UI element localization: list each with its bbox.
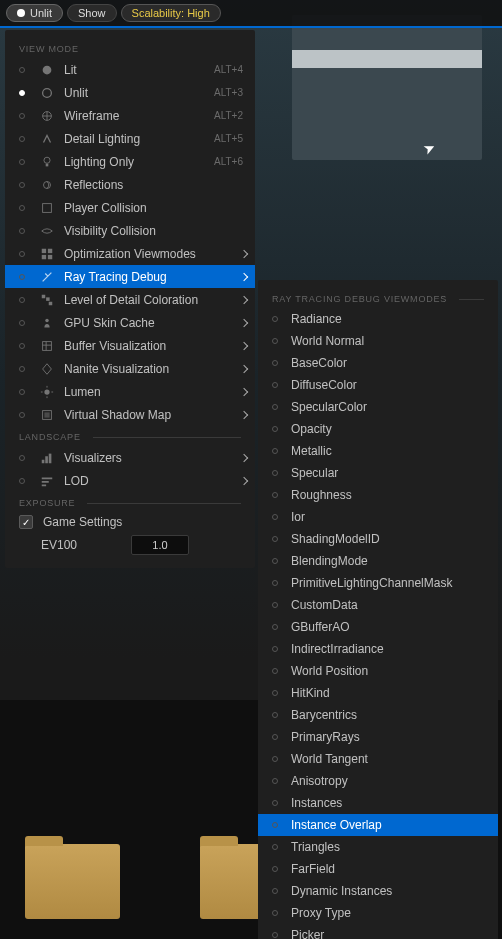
submenu-item-indirectirradiance[interactable]: IndirectIrradiance <box>258 638 498 660</box>
submenu-item-roughness[interactable]: Roughness <box>258 484 498 506</box>
radio-icon <box>272 536 278 542</box>
landscape-section-header: LANDSCAPE <box>5 426 255 446</box>
menu-item-lumen[interactable]: Lumen <box>5 380 255 403</box>
submenu-item-gbufferao[interactable]: GBufferAO <box>258 616 498 638</box>
submenu-item-world-normal[interactable]: World Normal <box>258 330 498 352</box>
menu-item-nanite-visualization[interactable]: Nanite Visualization <box>5 357 255 380</box>
unlit-icon <box>38 85 56 101</box>
submenu-item-label: Ior <box>291 510 305 524</box>
submenu-item-label: Triangles <box>291 840 340 854</box>
shortcut-label: ALT+2 <box>214 110 243 121</box>
buffer-icon <box>38 338 56 354</box>
menu-item-visualizers[interactable]: Visualizers <box>5 446 255 469</box>
radio-icon <box>19 366 25 372</box>
submenu-item-blendingmode[interactable]: BlendingMode <box>258 550 498 572</box>
menu-item-optimization-viewmodes[interactable]: Optimization Viewmodes <box>5 242 255 265</box>
game-settings-row[interactable]: ✓ Game Settings <box>5 512 255 532</box>
submenu-item-proxy-type[interactable]: Proxy Type <box>258 902 498 924</box>
chevron-right-icon <box>240 364 248 372</box>
submenu-item-label: PrimaryRays <box>291 730 360 744</box>
viewmode-label: Unlit <box>30 7 52 19</box>
radio-icon <box>272 668 278 674</box>
submenu-item-basecolor[interactable]: BaseColor <box>258 352 498 374</box>
radio-icon <box>19 297 25 303</box>
menu-item-player-collision[interactable]: Player Collision <box>5 196 255 219</box>
scene-stripe <box>292 50 482 68</box>
ev100-input[interactable]: 1.0 <box>131 535 189 555</box>
menu-item-label: Reflections <box>64 178 247 192</box>
menu-item-wireframe[interactable]: WireframeALT+2 <box>5 104 255 127</box>
submenu-item-anisotropy[interactable]: Anisotropy <box>258 770 498 792</box>
submenu-item-opacity[interactable]: Opacity <box>258 418 498 440</box>
menu-item-lighting-only[interactable]: Lighting OnlyALT+6 <box>5 150 255 173</box>
submenu-item-specular[interactable]: Specular <box>258 462 498 484</box>
radio-icon <box>19 455 25 461</box>
menu-item-detail-lighting[interactable]: Detail LightingALT+5 <box>5 127 255 150</box>
rtd-section-header: RAY TRACING DEBUG VIEWMODES <box>258 288 498 308</box>
menu-item-label: Ray Tracing Debug <box>64 270 241 284</box>
menu-item-visibility-collision[interactable]: Visibility Collision <box>5 219 255 242</box>
menu-item-label: LOD <box>64 474 241 488</box>
menu-item-label: Wireframe <box>64 109 214 123</box>
submenu-item-label: DiffuseColor <box>291 378 357 392</box>
submenu-item-customdata[interactable]: CustomData <box>258 594 498 616</box>
svg-rect-23 <box>42 481 49 483</box>
submenu-item-instances[interactable]: Instances <box>258 792 498 814</box>
menu-item-lod[interactable]: LOD <box>5 469 255 492</box>
submenu-item-primitivelightingchannelmask[interactable]: PrimitiveLightingChannelMask <box>258 572 498 594</box>
submenu-item-barycentrics[interactable]: Barycentrics <box>258 704 498 726</box>
radio-icon <box>19 274 25 280</box>
submenu-item-instance-overlap[interactable]: Instance Overlap <box>258 814 498 836</box>
submenu-item-radiance[interactable]: Radiance <box>258 308 498 330</box>
menu-item-ray-tracing-debug[interactable]: Ray Tracing Debug <box>5 265 255 288</box>
radio-icon <box>272 470 278 476</box>
svg-point-14 <box>45 318 49 322</box>
show-dropdown[interactable]: Show <box>67 4 117 22</box>
submenu-item-label: SpecularColor <box>291 400 367 414</box>
menu-item-lit[interactable]: LitALT+4 <box>5 58 255 81</box>
menu-item-level-of-detail-coloration[interactable]: Level of Detail Coloration <box>5 288 255 311</box>
menu-item-gpu-skin-cache[interactable]: GPU Skin Cache <box>5 311 255 334</box>
menu-item-reflections[interactable]: Reflections <box>5 173 255 196</box>
submenu-item-triangles[interactable]: Triangles <box>258 836 498 858</box>
svg-rect-18 <box>44 412 49 417</box>
radio-icon <box>272 646 278 652</box>
submenu-item-farfield[interactable]: FarField <box>258 858 498 880</box>
chevron-right-icon <box>240 318 248 326</box>
menu-item-label: Optimization Viewmodes <box>64 247 241 261</box>
chevron-right-icon <box>240 295 248 303</box>
submenu-item-shadingmodelid[interactable]: ShadingModelID <box>258 528 498 550</box>
scalability-dropdown[interactable]: Scalability: High <box>121 4 221 22</box>
radio-icon <box>272 800 278 806</box>
radio-icon <box>19 113 25 119</box>
submenu-item-world-tangent[interactable]: World Tangent <box>258 748 498 770</box>
submenu-item-hitkind[interactable]: HitKind <box>258 682 498 704</box>
submenu-item-primaryrays[interactable]: PrimaryRays <box>258 726 498 748</box>
submenu-item-picker[interactable]: Picker <box>258 924 498 939</box>
menu-item-virtual-shadow-map[interactable]: Virtual Shadow Map <box>5 403 255 426</box>
visibility-icon <box>38 223 56 239</box>
menu-item-buffer-visualization[interactable]: Buffer Visualization <box>5 334 255 357</box>
chevron-right-icon <box>240 249 248 257</box>
submenu-item-ior[interactable]: Ior <box>258 506 498 528</box>
submenu-item-diffusecolor[interactable]: DiffuseColor <box>258 374 498 396</box>
radio-icon <box>272 426 278 432</box>
show-label: Show <box>78 7 106 19</box>
submenu-item-label: Picker <box>291 928 324 939</box>
radio-icon <box>272 448 278 454</box>
submenu-item-label: World Position <box>291 664 368 678</box>
viewmode-dropdown[interactable]: Unlit <box>6 4 63 22</box>
submenu-item-world-position[interactable]: World Position <box>258 660 498 682</box>
detail-icon <box>38 131 56 147</box>
menu-item-unlit[interactable]: UnlitALT+3 <box>5 81 255 104</box>
game-settings-checkbox[interactable]: ✓ <box>19 515 33 529</box>
svg-rect-11 <box>42 294 46 298</box>
folder-icon[interactable] <box>25 844 120 919</box>
radio-icon <box>19 389 25 395</box>
radio-icon <box>272 514 278 520</box>
submenu-item-metallic[interactable]: Metallic <box>258 440 498 462</box>
submenu-item-specularcolor[interactable]: SpecularColor <box>258 396 498 418</box>
shortcut-label: ALT+6 <box>214 156 243 167</box>
submenu-item-label: CustomData <box>291 598 358 612</box>
submenu-item-dynamic-instances[interactable]: Dynamic Instances <box>258 880 498 902</box>
